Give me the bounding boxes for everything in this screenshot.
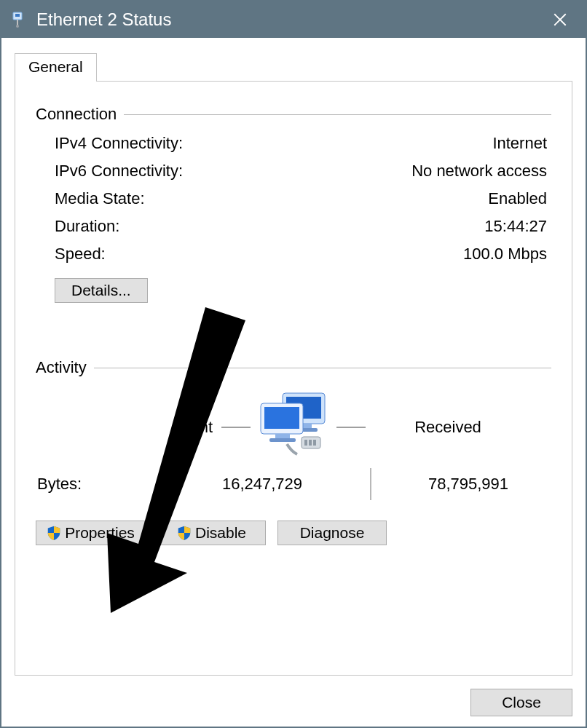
media-state-value: Enabled (488, 189, 547, 208)
client-area: General Connection IPv4 Connectivity: In… (1, 38, 586, 727)
sent-label: Sent (66, 418, 218, 437)
ethernet-status-window: Ethernet 2 Status General Connection IPv… (0, 0, 587, 728)
svg-rect-11 (264, 407, 299, 429)
shield-icon (176, 525, 192, 541)
bytes-sent-value: 16,247,729 (190, 475, 356, 494)
separator (336, 427, 366, 428)
duration-value: 15:44:27 (484, 217, 547, 236)
network-monitors-icon (253, 390, 334, 464)
close-icon (553, 13, 567, 26)
row-ipv4: IPv4 Connectivity: Internet (36, 130, 551, 157)
bytes-row: Bytes: 16,247,729 78,795,991 (36, 468, 551, 500)
row-speed: Speed: 100.0 Mbps (36, 240, 551, 268)
tabstrip: General (15, 51, 572, 82)
activity-title: Activity (36, 358, 94, 377)
svg-rect-1 (15, 14, 20, 17)
ethernet-icon (9, 11, 26, 28)
ipv4-value: Internet (492, 134, 547, 153)
media-state-label: Media State: (55, 189, 145, 208)
tab-page-general: Connection IPv4 Connectivity: Internet I… (15, 81, 572, 676)
bytes-label: Bytes: (37, 475, 190, 494)
row-media-state: Media State: Enabled (36, 185, 551, 213)
disable-button-label: Disable (195, 524, 246, 542)
row-duration: Duration: 15:44:27 (36, 213, 551, 240)
disable-button[interactable]: Disable (157, 521, 266, 545)
ipv6-label: IPv6 Connectivity: (55, 162, 183, 181)
svg-rect-13 (269, 438, 296, 442)
row-ipv6: IPv6 Connectivity: No network access (36, 157, 551, 185)
speed-label: Speed: (55, 245, 106, 264)
separator (370, 468, 371, 500)
diagnose-button[interactable]: Diagnose (277, 521, 387, 545)
ipv6-value: No network access (411, 162, 547, 181)
bytes-received-value: 78,795,991 (385, 475, 551, 494)
ipv4-label: IPv4 Connectivity: (55, 134, 183, 153)
svg-rect-16 (309, 440, 312, 446)
separator (221, 427, 251, 428)
svg-rect-15 (304, 440, 307, 446)
received-label: Received (369, 418, 521, 437)
speed-value: 100.0 Mbps (463, 245, 547, 264)
action-bar: Properties Disable Diagno (36, 521, 551, 545)
svg-point-3 (16, 25, 19, 28)
svg-rect-12 (275, 434, 290, 438)
activity-visual: Sent (36, 390, 551, 464)
close-button[interactable]: Close (470, 689, 572, 716)
tab-general[interactable]: General (15, 53, 97, 82)
svg-rect-17 (313, 440, 316, 446)
properties-button-label: Properties (65, 524, 135, 542)
shield-icon (46, 525, 62, 541)
group-connection: Connection IPv4 Connectivity: Internet I… (36, 105, 551, 307)
window-title: Ethernet 2 Status (36, 9, 535, 30)
dialog-footer: Close (15, 676, 572, 716)
connection-title: Connection (36, 105, 124, 124)
window-close-button[interactable] (535, 1, 586, 38)
separator (94, 368, 551, 368)
diagnose-button-label: Diagnose (300, 524, 365, 542)
details-button[interactable]: Details... (55, 278, 148, 303)
properties-button[interactable]: Properties (36, 521, 145, 545)
separator (124, 114, 551, 115)
duration-label: Duration: (55, 217, 119, 236)
group-activity: Activity Sent (36, 358, 551, 545)
titlebar: Ethernet 2 Status (1, 1, 586, 38)
